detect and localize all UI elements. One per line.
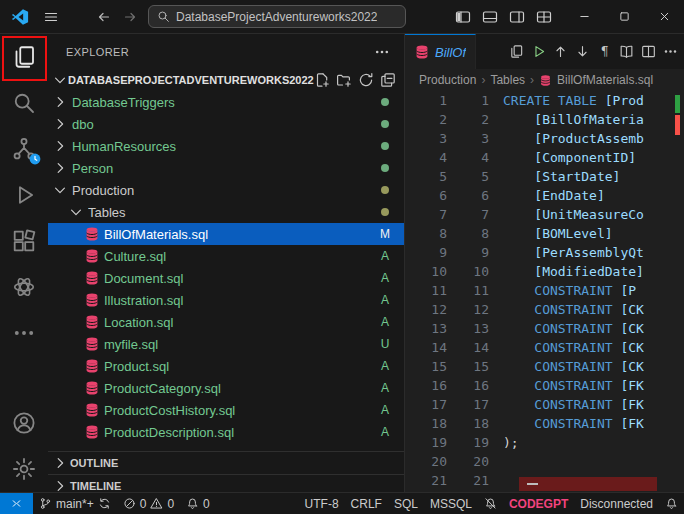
database-icon (84, 248, 100, 264)
views-more-icon[interactable] (374, 44, 390, 60)
code-line[interactable]: 99 [PerAssemblyQt (405, 243, 684, 262)
tree-item-DatabaseTriggers[interactable]: DatabaseTriggers (48, 91, 404, 113)
line-number: 8 (405, 224, 447, 243)
code-line[interactable]: 55 [StartDate] (405, 167, 684, 186)
overview-ruler[interactable] (670, 91, 684, 492)
activitybar-extensions[interactable] (0, 218, 48, 264)
command-center-search[interactable]: DatabaseProjectAdventureworks2022 (148, 5, 406, 28)
code-line[interactable]: 1313 CONSTRAINT [CK (405, 319, 684, 338)
code-line[interactable]: 1515 CONSTRAINT [CK (405, 357, 684, 376)
new-file-icon[interactable] (314, 72, 330, 88)
copy-icon (509, 44, 524, 59)
customize-layout-icon[interactable] (536, 9, 552, 25)
tree-item-dbo[interactable]: dbo (48, 113, 404, 135)
refresh-icon[interactable] (358, 72, 374, 88)
code-line[interactable]: 66 [EndDate] (405, 186, 684, 205)
whitespace-button[interactable]: ¶ (594, 41, 614, 63)
activitybar-search[interactable] (0, 80, 48, 126)
tree-item-myfile.sql[interactable]: myfile.sqlU (48, 333, 404, 355)
code-line[interactable]: 2020 (405, 452, 684, 471)
tab-billofmaterials[interactable]: BillOf (405, 34, 476, 69)
tree-item-Culture.sql[interactable]: Culture.sqlA (48, 245, 404, 267)
tree-item-ProductCostHistory.sql[interactable]: ProductCostHistory.sqlA (48, 399, 404, 421)
encoding-status[interactable]: UTF-8 (299, 493, 345, 514)
activitybar-source-control[interactable] (0, 126, 48, 172)
tree-item-Production[interactable]: Production (48, 179, 404, 201)
tree-item-Illustration.sql[interactable]: Illustration.sqlA (48, 289, 404, 311)
ruler-added-mark (675, 95, 680, 113)
tree-item-HumanResources[interactable]: HumanResources (48, 135, 404, 157)
tree-item-Tables[interactable]: Tables (48, 201, 404, 223)
mssql-status[interactable]: MSSQL (424, 493, 478, 514)
project-root-row[interactable]: DATABASEPROJECTADVENTUREWORKS2022 (48, 69, 404, 91)
reader-button[interactable] (616, 41, 636, 63)
code-editor[interactable]: 11CREATE TABLE [Prod22 [BillOfMateria33 … (405, 91, 684, 492)
code-line[interactable]: 1414 CONSTRAINT [CK (405, 338, 684, 357)
code-line[interactable]: 11CREATE TABLE [Prod (405, 91, 684, 110)
ports-status[interactable]: 0 (180, 493, 216, 514)
status-bar: main*+ 0 0 0 UTF-8 CRLF SQL MSSQL CODEGP… (0, 492, 684, 514)
code-line[interactable]: 33 [ProductAssemb (405, 129, 684, 148)
activitybar-more[interactable] (0, 310, 48, 356)
maximize-button[interactable] (604, 0, 644, 34)
line-number: 10 (405, 262, 447, 281)
notifications-muted[interactable] (478, 493, 503, 514)
minimize-button[interactable] (564, 0, 604, 34)
activitybar-settings[interactable] (0, 446, 48, 492)
code-line[interactable]: 77 [UnitMeasureCo (405, 205, 684, 224)
database-icon (84, 380, 100, 396)
tree-item-BillOfMaterials.sql[interactable]: BillOfMaterials.sqlM (48, 223, 404, 245)
branch-status[interactable]: main*+ (33, 493, 117, 514)
code-line[interactable]: 1919); (405, 433, 684, 452)
code-line[interactable]: 1717 CONSTRAINT [FK (405, 395, 684, 414)
code-line[interactable]: 1616 CONSTRAINT [FK (405, 376, 684, 395)
remote-indicator[interactable] (0, 493, 33, 514)
code-line[interactable]: 22 [BillOfMateria (405, 110, 684, 129)
code-line[interactable]: 1010 [ModifiedDate] (405, 262, 684, 281)
forward-icon[interactable] (122, 9, 138, 25)
codegpt-status[interactable]: CODEGPT (503, 493, 574, 514)
outline-section[interactable]: OUTLINE (48, 451, 404, 474)
collapse-all-icon[interactable] (380, 72, 396, 88)
tree-item-Product.sql[interactable]: Product.sqlA (48, 355, 404, 377)
toggle-panel-icon[interactable] (482, 9, 498, 25)
new-folder-icon[interactable] (336, 72, 352, 88)
close-button[interactable] (644, 0, 684, 34)
language-status[interactable]: SQL (388, 493, 424, 514)
tree-item-label: Product.sql (104, 359, 169, 374)
breadcrumb-item[interactable]: Production (419, 73, 476, 87)
tree-item-Location.sql[interactable]: Location.sqlA (48, 311, 404, 333)
previous-button[interactable] (550, 41, 570, 63)
eol-status[interactable]: CRLF (345, 493, 388, 514)
git-status-badge: U (378, 337, 392, 351)
toggle-sidebar-icon[interactable] (455, 9, 471, 25)
next-button[interactable] (572, 41, 592, 63)
split-editor-button[interactable] (638, 41, 658, 63)
connection-status[interactable]: Disconnected (574, 493, 659, 514)
code-line[interactable]: 1111 CONSTRAINT [P (405, 281, 684, 300)
activitybar-account[interactable] (0, 400, 48, 446)
toggle-secondary-sidebar-icon[interactable] (509, 9, 525, 25)
run-query-button[interactable] (528, 41, 548, 63)
code-line[interactable]: 88 [BOMLevel] (405, 224, 684, 243)
breadcrumb-item[interactable]: Tables (490, 73, 525, 87)
notifications-bell[interactable] (659, 493, 684, 514)
timeline-section[interactable]: TIMELINE (48, 474, 404, 492)
new-query-button[interactable] (506, 41, 526, 63)
breadcrumb-item[interactable]: BillOfMaterials.sql (557, 73, 653, 87)
tree-item-ProductDescription.sql[interactable]: ProductDescription.sqlA (48, 421, 404, 443)
activitybar-codegpt[interactable] (0, 264, 48, 310)
menu-icon[interactable] (43, 9, 59, 25)
activitybar-run-debug[interactable] (0, 172, 48, 218)
back-icon[interactable] (96, 9, 112, 25)
tree-item-Person[interactable]: Person (48, 157, 404, 179)
line-number: 18 (405, 414, 447, 433)
code-line[interactable]: 1818 CONSTRAINT [FK (405, 414, 684, 433)
editor-more-button[interactable] (660, 41, 680, 63)
code-line[interactable]: 44 [ComponentID] (405, 148, 684, 167)
code-line[interactable]: 1212 CONSTRAINT [CK (405, 300, 684, 319)
activitybar-explorer[interactable] (0, 34, 48, 80)
tree-item-ProductCategory.sql[interactable]: ProductCategory.sqlA (48, 377, 404, 399)
problems-status[interactable]: 0 0 (117, 493, 180, 514)
tree-item-Document.sql[interactable]: Document.sqlA (48, 267, 404, 289)
